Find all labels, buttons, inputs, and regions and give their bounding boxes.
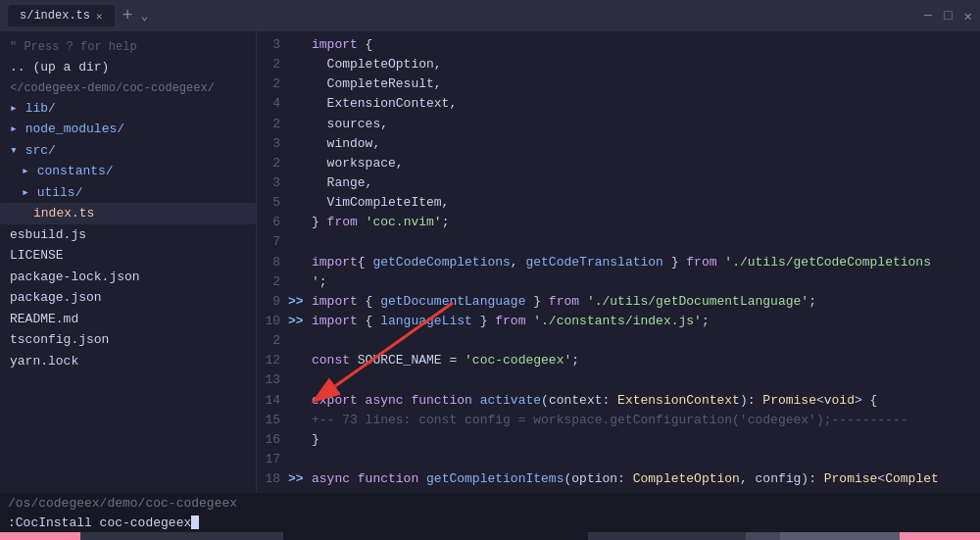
sidebar-item-package-lock[interactable]: package-lock.json [0,267,256,288]
code-text: import{ getCodeCompletions, getCodeTrans… [312,253,980,272]
code-text: ExtensionContext, [312,94,980,114]
coc-install-line[interactable]: :CocInstall coc-codegeex [0,513,980,532]
code-text: } from 'coc.nvim'; [312,213,980,232]
status-type: typ... utf-8[unix] [588,532,745,540]
sidebar-item-readme[interactable]: README.md [0,309,256,330]
sidebar-item-index-ts[interactable]: index.ts [0,203,256,224]
line-number: 15 [257,411,288,430]
vim-mode-indicator: COMMAND [0,532,80,540]
title-bar: s/index.ts ✕ + ⌄ ─ □ ✕ [0,0,980,31]
line-number: 8 [257,253,288,272]
tab-label: s/index.ts [20,9,90,23]
sidebar-item-constants[interactable]: ▸ constants/ [0,161,256,182]
gutter [288,411,312,430]
new-tab-button[interactable]: + [122,6,133,25]
gutter [288,115,312,134]
cursor-block [191,515,199,529]
line-number: 13 [257,370,288,390]
code-line-10: 6 } from 'coc.nvim'; [257,213,980,232]
code-line-blank3: 13 [257,370,980,390]
line-number: 6 [257,213,288,232]
code-line-6: 3 window, [257,134,980,154]
code-text [312,331,980,351]
sidebar-item-license[interactable]: LICENSE [0,245,256,267]
tab-more-button[interactable]: ⌄ [140,8,148,24]
line-number: 5 [257,193,288,213]
line-number: 2 [257,115,288,134]
code-line-8: 3 Range, [257,173,980,193]
status-position: ln :4/138=%:1 [780,532,899,540]
code-line-5: 2 sources, [257,115,980,134]
code-text [312,232,980,252]
gutter [288,154,312,173]
gutter [288,351,312,370]
code-editor[interactable]: 3 import { 2 CompleteOption, 2 CompleteR… [257,31,980,493]
code-text: import { languageList } from './constant… [312,312,980,331]
code-text: eResult> { [312,489,980,493]
code-line-4: 4 ExtensionContext, [257,94,980,114]
sidebar-item-utils[interactable]: ▸ utils/ [0,182,256,204]
code-text: const SOURCE_NAME = 'coc-codegeex'; [312,351,980,370]
gutter [288,430,312,450]
gutter [288,272,312,292]
sidebar-item-node-modules[interactable]: ▸ node_modules/ [0,119,256,140]
sidebar-item-up[interactable]: .. (up a dir) [0,57,256,78]
code-line-7: 2 workspace, [257,154,980,173]
code-text: workspace, [312,154,980,173]
line-number: 2 [257,489,288,493]
gutter [288,232,312,252]
gutter [288,35,312,55]
line-number: 3 [257,173,288,193]
code-line-13: 10 >> import { languageList } from './co… [257,312,980,331]
gutter [288,253,312,272]
code-line-3: 2 CompleteResult, [257,74,980,94]
command-input-line: /os/codegeex/demo/coc-codegeex [0,493,980,513]
status-file-info: src/index.ts TSC 4.9.... [80,532,283,540]
line-number: 17 [257,450,288,469]
sidebar-item-package-json[interactable]: package.json [0,287,256,309]
sidebar-item-tsconfig[interactable]: tsconfig.json [0,329,256,351]
gutter [288,74,312,94]
sidebar-item-src[interactable]: ▾ src/ [0,140,256,162]
code-line-1: 3 import { [257,35,980,55]
maximize-button[interactable]: □ [944,8,952,25]
status-percent: 2% [746,532,781,540]
code-line-9: 5 VimCompleteItem, [257,193,980,213]
line-number: 2 [257,154,288,173]
code-line-17: 16 } [257,430,980,450]
close-window-button[interactable]: ✕ [964,8,972,25]
minimize-button[interactable]: ─ [924,8,932,25]
gutter [288,489,312,493]
line-number: 2 [257,55,288,74]
line-number: 3 [257,134,288,154]
sidebar-item-yarn[interactable]: yarn.lock [0,351,256,372]
sidebar-item-esbuild[interactable]: esbuild.js [0,224,256,246]
code-text: sources, [312,115,980,134]
line-number: 12 [257,351,288,370]
code-line-18b: 2 eResult> { [257,489,980,493]
gutter [288,213,312,232]
status-bar: COMMAND src/index.ts TSC 4.9.... typ... … [0,532,980,540]
code-text: import { [312,35,980,55]
gutter [288,55,312,74]
code-text: CompleteResult, [312,74,980,94]
editor-content: 3 import { 2 CompleteOption, 2 CompleteR… [257,31,980,493]
gutter-arrow2: >> [288,312,312,331]
tab-close-icon[interactable]: ✕ [96,10,103,23]
line-number: 14 [257,391,288,411]
active-tab[interactable]: s/index.ts ✕ [8,5,115,26]
gutter [288,94,312,114]
gutter [288,193,312,213]
sidebar-item-lib[interactable]: ▸ lib/ [0,98,256,120]
code-text [312,450,980,469]
code-line-18: 18 >> async function getCompletionItems(… [257,469,980,489]
code-line-2: 2 CompleteOption, [257,55,980,74]
coc-install-command: :CocInstall coc-codegeex [8,515,191,530]
code-line-11: 8 import{ getCodeCompletions, getCodeTra… [257,253,980,272]
line-number: 16 [257,430,288,450]
code-text: window, [312,134,980,154]
gutter [288,173,312,193]
code-text: '; [312,272,980,292]
code-text: VimCompleteItem, [312,193,980,213]
main-area: " Press ? for help .. (up a dir) </codeg… [0,31,980,493]
